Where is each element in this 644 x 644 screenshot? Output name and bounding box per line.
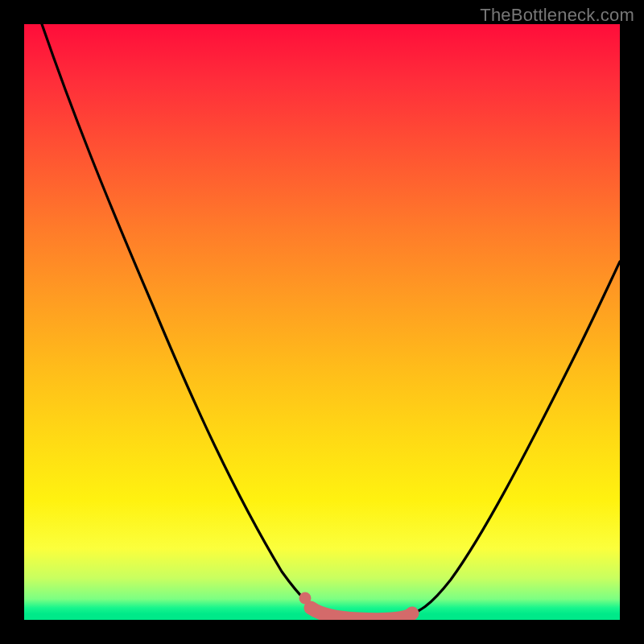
bottleneck-curve-path bbox=[42, 24, 620, 619]
highlight-bar bbox=[311, 608, 412, 620]
highlight-dot bbox=[299, 592, 312, 605]
watermark-text: TheBottleneck.com bbox=[480, 5, 634, 26]
plot-area bbox=[24, 24, 620, 620]
chart-frame: TheBottleneck.com bbox=[0, 0, 644, 644]
bottleneck-curve-svg bbox=[24, 24, 620, 620]
